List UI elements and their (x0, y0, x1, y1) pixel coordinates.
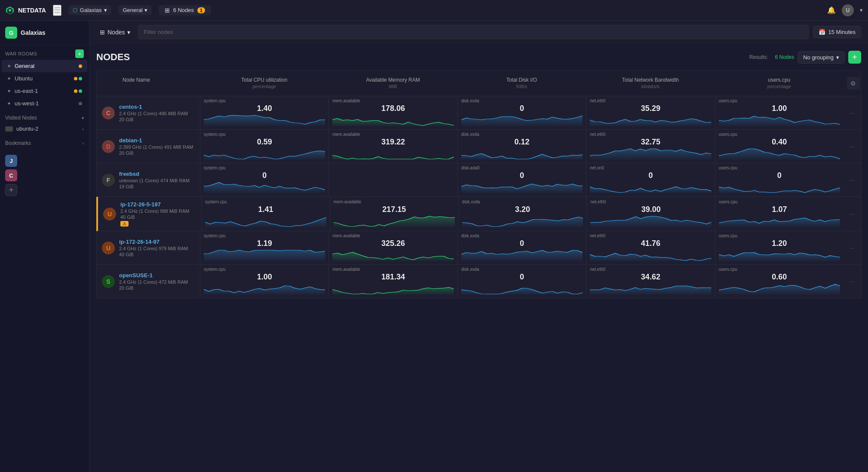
cpu-value: 1.40 (257, 104, 272, 113)
node-name-link[interactable]: debian-1 (119, 137, 142, 144)
add-workspace-button[interactable]: + (5, 184, 17, 196)
room-icon-uswest: ✦ (7, 101, 11, 107)
net-value: 34.62 (641, 273, 660, 282)
add-room-button[interactable]: + (75, 49, 84, 58)
node-icon (5, 126, 13, 132)
settings-icon[interactable]: ⚙ (847, 77, 860, 90)
grouping-button[interactable]: No grouping ▾ (797, 51, 845, 64)
sidebar-item-useast[interactable]: ✦ us-east-1 (2, 85, 87, 97)
avatar-chevron-icon[interactable]: ▾ (860, 7, 863, 13)
sidebar-item-uswest[interactable]: ✦ us-west-1 (2, 97, 87, 110)
app-name: NETDATA (18, 7, 46, 14)
net-chart (590, 249, 711, 262)
add-column-button[interactable]: + (848, 51, 861, 64)
net-value: 32.75 (641, 138, 660, 147)
disk-chart (462, 215, 583, 228)
calendar-icon: 📅 (819, 29, 825, 35)
metric-disk: disk.xvda 0 (457, 231, 586, 264)
disk-chart (461, 114, 583, 127)
net-chart (590, 215, 712, 228)
node-disk: 20 GiB (119, 117, 195, 122)
title-right-controls: Results: 6 Nodes No grouping ▾ + (749, 51, 861, 64)
row-options-button[interactable]: ··· (843, 207, 861, 221)
visited-node-ubuntu2[interactable]: ubuntu-2 › (0, 123, 89, 135)
hamburger-button[interactable]: ☰ (53, 5, 61, 16)
users-cpu-label: users.cpu (719, 233, 737, 238)
grid-view-icon: ⊞ (100, 29, 105, 36)
net-label: net.eth0 (590, 132, 605, 137)
status-dot-green-useast (79, 89, 82, 93)
node-name-link[interactable]: freebsd (119, 171, 139, 177)
time-range-button[interactable]: 📅 15 Minutes (813, 26, 861, 38)
row-options-button[interactable]: ··· (843, 106, 861, 120)
row-options-button[interactable]: ··· (843, 241, 861, 254)
mem-chart (332, 249, 454, 262)
workspace-j[interactable]: J (5, 155, 17, 167)
general-selector[interactable]: General ▾ (118, 5, 151, 15)
bell-icon[interactable]: 🔔 (827, 6, 836, 14)
sidebar-item-ubuntu[interactable]: ✦ Ubuntu (2, 72, 87, 85)
bookmarks-section-header[interactable]: Bookmarks › (0, 135, 89, 151)
node-info-3: U ip-172-26-5-197 2.4 GHz (1 Cores) 988 … (98, 197, 201, 231)
row-options-button[interactable]: ··· (843, 275, 861, 288)
node-name-link[interactable]: centos-1 (119, 104, 142, 110)
metric-disk: disk.xvda 0.12 (457, 130, 586, 163)
metric-net: net.eth0 34.62 (586, 265, 715, 298)
room-icon-general: ✦ (7, 63, 11, 69)
row-options-button[interactable]: ··· (843, 140, 861, 153)
bookmarks-chevron-icon: › (83, 141, 84, 146)
status-dot-green-ubuntu (79, 77, 82, 80)
workspace-avatar[interactable]: G (5, 27, 17, 39)
sidebar-item-general[interactable]: ✦ General (2, 60, 87, 72)
node-name-link[interactable]: openSUSE-1 (119, 272, 153, 279)
layout: G Galaxias War Rooms + ✦ General ✦ Ubunt… (0, 21, 868, 472)
sidebar-workspace: G Galaxias (0, 21, 89, 45)
visited-nodes-section-header[interactable]: Visited Nodes ▾ (0, 110, 89, 123)
nodes-badge[interactable]: ⊞ 6 Nodes 1 (159, 5, 212, 15)
cluster-chevron-icon: ▾ (104, 7, 107, 13)
cpu-chart (204, 114, 325, 127)
table-row: U ip-172-26-5-197 2.4 GHz (1 Cores) 988 … (96, 197, 861, 231)
disk-value: 0 (520, 171, 524, 180)
node-name-link[interactable]: ip-172-26-5-197 (120, 201, 161, 208)
cpu-value: 0.59 (257, 138, 272, 147)
mem-chart (332, 283, 454, 296)
th-mem: Available Memory RAM MiB (328, 75, 457, 92)
status-dots-useast (74, 89, 82, 93)
users-cpu-chart (719, 114, 840, 127)
metric-mem: mem.available 181.34 (328, 265, 457, 298)
node-os-icon: F (102, 174, 115, 187)
users-cpu-value: 0.40 (772, 138, 787, 147)
filter-input[interactable] (138, 25, 809, 39)
node-rows-container: C centos-1 2.4 GHz (1 Cores) 486 MiB RAM… (96, 96, 861, 298)
disk-value: 0 (520, 239, 524, 248)
nodes-view-button[interactable]: ⊞ Nodes ▾ (96, 27, 134, 37)
disk-value: 3.20 (515, 205, 530, 214)
status-dot-yellow-ubuntu (74, 77, 77, 80)
cpu-value: 1.00 (257, 273, 272, 282)
war-rooms-header: War Rooms + (0, 45, 89, 60)
table-row: C centos-1 2.4 GHz (1 Cores) 486 MiB RAM… (96, 96, 861, 130)
cpu-value: 1.41 (258, 205, 273, 214)
mem-chart (332, 114, 454, 127)
row-options-button[interactable]: ··· (843, 173, 861, 187)
metric-cpu: system.cpu 1.40 (200, 96, 328, 129)
cluster-selector[interactable]: ⬡ Galaxias ▾ (68, 5, 112, 15)
node-name-link[interactable]: ip-172-26-14-97 (119, 239, 159, 245)
workspace-c[interactable]: C (5, 169, 17, 181)
nodes-btn-chevron-icon: ▾ (127, 29, 130, 36)
users-cpu-label: users.cpu (719, 98, 737, 103)
metric-net: net.xn0 0 (586, 163, 715, 196)
logo: NETDATA (5, 6, 46, 15)
status-dots-ubuntu (74, 77, 82, 80)
cluster-icon: ⬡ (73, 7, 77, 13)
node-disk: 20 GiB (119, 150, 195, 156)
mem-value: 319.22 (381, 138, 405, 147)
metric-users-cpu: users.cpu 1.20 (715, 231, 843, 264)
netdata-logo-icon (5, 6, 15, 15)
disk-label: disk.xvda (461, 98, 479, 103)
cpu-label: system.cpu (205, 199, 227, 204)
metric-disk: disk.xvda 0 (457, 96, 586, 129)
avatar[interactable]: U (842, 4, 854, 16)
net-label: net.eth0 (590, 199, 606, 204)
